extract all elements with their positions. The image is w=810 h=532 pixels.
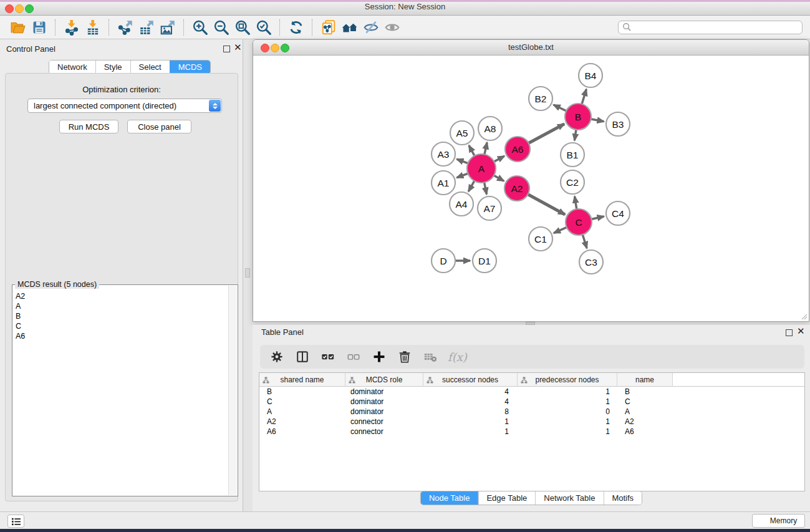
save-session-button[interactable]	[29, 18, 50, 37]
node-label-D1: D1	[478, 256, 491, 266]
column-header-name[interactable]: name	[617, 373, 673, 387]
import-network-button[interactable]	[61, 18, 82, 37]
tab-motifs[interactable]: Motifs	[603, 491, 642, 505]
node-label-A8: A8	[485, 123, 496, 134]
home-networks-button[interactable]	[339, 18, 360, 37]
node-label-A5: A5	[456, 128, 468, 138]
hide-selected-button[interactable]	[360, 18, 382, 37]
export-image-button[interactable]	[157, 18, 178, 37]
table-float-icon[interactable]	[786, 329, 793, 336]
show-selected-button[interactable]	[382, 18, 403, 37]
zoom-selected-button[interactable]	[253, 18, 274, 37]
search-input[interactable]	[618, 21, 803, 34]
control-tabs: NetworkStyleSelectMCDS	[49, 60, 211, 74]
node-label-C1: C1	[534, 234, 547, 244]
tab-edge-table[interactable]: Edge Table	[478, 491, 535, 505]
column-label: predecessor nodes	[535, 375, 599, 384]
network-window-title: testGlobe.txt	[253, 42, 809, 52]
duplicate-network-button[interactable]	[318, 18, 339, 37]
column-header-mcds_role[interactable]: MCDS role	[345, 373, 423, 387]
export-network-button[interactable]	[115, 18, 136, 37]
import-table-button[interactable]	[82, 18, 104, 37]
resize-grip-icon[interactable]	[800, 312, 808, 320]
cell-name: A2	[617, 417, 673, 427]
open-file-button[interactable]	[7, 18, 29, 37]
result-item[interactable]: A6	[13, 331, 229, 341]
mcds-result-list[interactable]: A2ABCA6	[13, 291, 229, 495]
column-label: successor nodes	[442, 375, 498, 384]
cell-name: A6	[617, 427, 673, 437]
memory-button[interactable]: Memory	[752, 514, 805, 528]
cell-predecessor_nodes: 1	[518, 427, 617, 437]
tab-mcds[interactable]: MCDS	[170, 60, 210, 74]
tab-network[interactable]: Network	[49, 60, 95, 74]
mcds-result-group: MCDS result (5 nodes) A2ABCA6	[12, 284, 238, 496]
node-label-D: D	[440, 256, 446, 266]
import-network-icon	[64, 19, 80, 36]
optimization-dropdown[interactable]: largest connected component (directed)	[27, 99, 222, 113]
float-panel-icon[interactable]	[223, 46, 230, 52]
table-settings-button[interactable]	[269, 349, 285, 365]
select-all-columns-button[interactable]	[320, 349, 336, 365]
columns-icon	[296, 350, 309, 364]
cell-shared_name: C	[259, 397, 345, 407]
node-label-B1: B1	[567, 150, 579, 160]
table-body: Bdominator41BCdominator41CAdominator80AA…	[259, 387, 804, 437]
import-table-icon	[85, 19, 101, 36]
add-column-button[interactable]	[371, 349, 387, 365]
result-item[interactable]: C	[13, 321, 229, 331]
zoom-fit-button[interactable]	[232, 18, 253, 37]
table-row[interactable]: A6connector11A6	[259, 427, 804, 437]
show-column-button[interactable]	[294, 349, 311, 365]
node-label-A: A	[478, 163, 485, 174]
table-row[interactable]: Adominator80A	[259, 407, 804, 417]
tab-select[interactable]: Select	[130, 60, 170, 74]
hide-eye-icon	[363, 19, 379, 36]
column-header-shared_name[interactable]: shared name	[259, 373, 345, 387]
zoom-in-button[interactable]	[190, 18, 211, 37]
network-graph: AA1A2A3A4A5A6A7A8BB1B2B3B4CC1C2C3C4DD1	[253, 56, 809, 321]
column-header-successor_nodes[interactable]: successor nodes	[423, 373, 518, 387]
table-row[interactable]: Bdominator41B	[259, 387, 804, 397]
function-builder-button-disabled: f(x)	[448, 349, 467, 365]
table-row[interactable]: A2connector11A2	[259, 417, 804, 427]
zoom-in-icon	[192, 19, 208, 36]
tab-style[interactable]: Style	[95, 60, 130, 74]
cell-mcds_role: connector	[345, 417, 423, 427]
control-panel: Control Panel ✕ NetworkStyleSelectMCDS O…	[0, 39, 243, 511]
tab-node-table[interactable]: Node Table	[421, 491, 478, 505]
table-panel: Table Panel ✕	[253, 325, 810, 511]
delete-column-button[interactable]	[397, 349, 413, 365]
network-canvas[interactable]: AA1A2A3A4A5A6A7A8BB1B2B3B4CC1C2C3C4DD1	[253, 56, 809, 321]
cell-shared_name: A2	[259, 417, 345, 427]
cell-successor_nodes: 1	[423, 417, 518, 427]
application-window: Session: New Session	[0, 0, 810, 532]
node-label-B2: B2	[535, 94, 547, 104]
result-scrollbar[interactable]	[228, 286, 237, 495]
export-table-button[interactable]	[136, 18, 157, 37]
column-header-predecessor_nodes[interactable]: predecessor nodes	[518, 373, 617, 387]
vertical-splitter-handle[interactable]	[245, 268, 250, 278]
result-item[interactable]: A	[13, 301, 229, 311]
run-mcds-button[interactable]: Run MCDS	[59, 120, 118, 133]
plus-icon	[372, 350, 386, 364]
node-table[interactable]: shared nameMCDS rolesuccessor nodesprede…	[259, 372, 805, 491]
zoom-out-button[interactable]	[211, 18, 232, 37]
result-item[interactable]: A2	[13, 291, 229, 301]
checked-boxes-icon	[321, 350, 335, 364]
table-row[interactable]: Cdominator41C	[259, 397, 804, 407]
show-panels-button[interactable]	[7, 515, 24, 528]
result-item[interactable]: B	[13, 311, 229, 321]
close-panel-button[interactable]: Close panel	[127, 120, 191, 133]
refresh-button[interactable]	[286, 18, 307, 37]
column-label: shared name	[280, 375, 324, 384]
node-label-B3: B3	[612, 119, 624, 130]
unselect-all-columns-button[interactable]	[345, 349, 362, 365]
table-close-icon[interactable]: ✕	[797, 326, 805, 337]
cell-mcds_role: connector	[345, 427, 423, 437]
node-label-A3: A3	[438, 149, 450, 160]
zoom-fit-icon	[234, 19, 251, 36]
tab-network-table[interactable]: Network Table	[535, 491, 603, 505]
close-panel-icon[interactable]: ✕	[234, 42, 242, 53]
toolbar-separator	[279, 19, 281, 36]
